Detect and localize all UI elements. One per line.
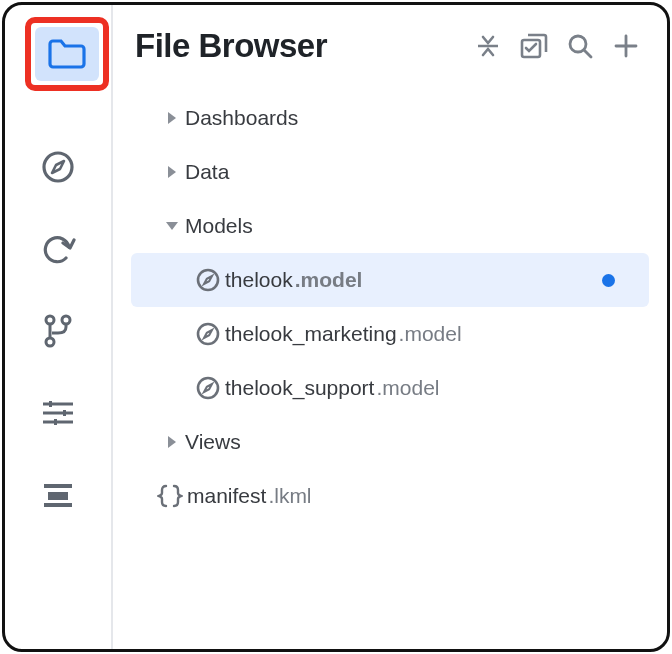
svg-point-20 [198, 324, 218, 344]
file-name: thelook_marketing [225, 322, 397, 346]
folder-data[interactable]: Data [131, 145, 649, 199]
svg-line-16 [584, 50, 591, 57]
panel-icon [42, 482, 74, 508]
nav-history[interactable] [38, 229, 78, 269]
model-icon [191, 267, 225, 293]
model-icon [191, 321, 225, 347]
folder-label: Data [185, 160, 229, 184]
file-ext: .model [376, 376, 439, 400]
file-manifest[interactable]: manifest.lkml [131, 469, 649, 523]
panel-header: File Browser [113, 5, 667, 75]
search-icon [567, 33, 593, 59]
refresh-search-icon [40, 231, 76, 267]
file-thelook-support-model[interactable]: thelook_support.model [131, 361, 649, 415]
braces-icon [153, 484, 187, 508]
svg-rect-7 [49, 401, 52, 407]
file-name: thelook_support [225, 376, 374, 400]
sliders-icon [41, 398, 75, 428]
model-icon [191, 375, 225, 401]
modified-dot-icon [602, 274, 615, 287]
svg-point-21 [198, 378, 218, 398]
chevron-right-icon [159, 165, 185, 179]
svg-rect-11 [48, 492, 68, 500]
git-branch-icon [42, 313, 74, 349]
file-ext: .lkml [268, 484, 311, 508]
chevron-down-icon [159, 220, 185, 232]
svg-point-19 [198, 270, 218, 290]
folder-icon [48, 39, 86, 69]
svg-point-3 [46, 338, 54, 346]
folder-label: Views [185, 430, 241, 454]
svg-rect-9 [54, 419, 57, 425]
nav-settings[interactable] [38, 393, 78, 433]
nav-git[interactable] [38, 311, 78, 351]
nav-panel[interactable] [38, 475, 78, 515]
bulk-button[interactable] [517, 29, 551, 63]
folder-label: Dashboards [185, 106, 298, 130]
check-stack-icon [520, 33, 548, 59]
panel-title: File Browser [135, 27, 459, 65]
file-thelook-marketing-model[interactable]: thelook_marketing.model [131, 307, 649, 361]
file-ext: .model [399, 322, 462, 346]
left-nav [5, 5, 113, 649]
file-name: manifest [187, 484, 266, 508]
file-ext: .model [295, 268, 363, 292]
main-panel: File Browser [113, 5, 667, 649]
file-thelook-model[interactable]: thelook.model [131, 253, 649, 307]
nav-file-browser[interactable] [35, 27, 99, 81]
svg-point-1 [46, 316, 54, 324]
chevron-right-icon [159, 435, 185, 449]
file-name: thelook [225, 268, 293, 292]
folder-label: Models [185, 214, 253, 238]
add-button[interactable] [609, 29, 643, 63]
collapse-button[interactable] [471, 29, 505, 63]
folder-views[interactable]: Views [131, 415, 649, 469]
chevron-right-icon [159, 111, 185, 125]
folder-models[interactable]: Models [131, 199, 649, 253]
svg-point-0 [44, 153, 72, 181]
search-button[interactable] [563, 29, 597, 63]
collapse-icon [475, 33, 501, 59]
compass-icon [40, 149, 76, 185]
file-tree: Dashboards Data Models thelook.mo [113, 75, 667, 523]
svg-rect-8 [63, 410, 66, 416]
svg-point-2 [62, 316, 70, 324]
folder-dashboards[interactable]: Dashboards [131, 91, 649, 145]
plus-icon [613, 33, 639, 59]
nav-explore[interactable] [38, 147, 78, 187]
